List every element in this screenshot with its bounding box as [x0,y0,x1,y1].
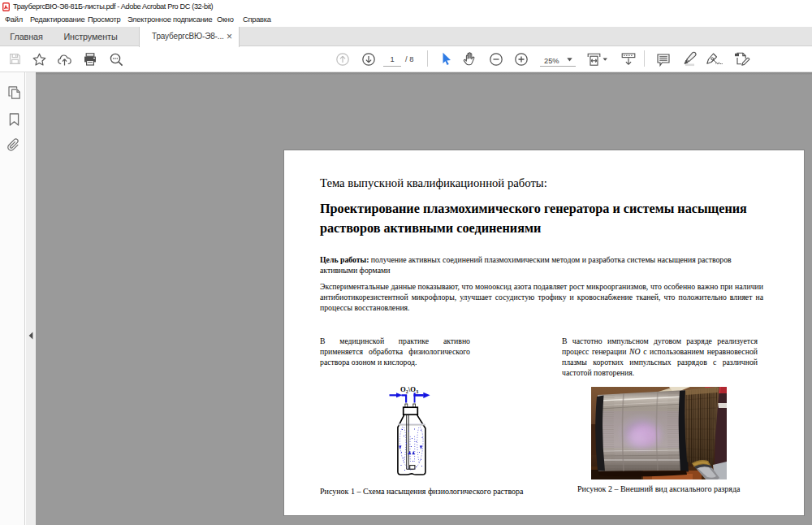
svg-text:\O: \O [408,385,416,393]
svg-text:3: 3 [416,389,418,394]
